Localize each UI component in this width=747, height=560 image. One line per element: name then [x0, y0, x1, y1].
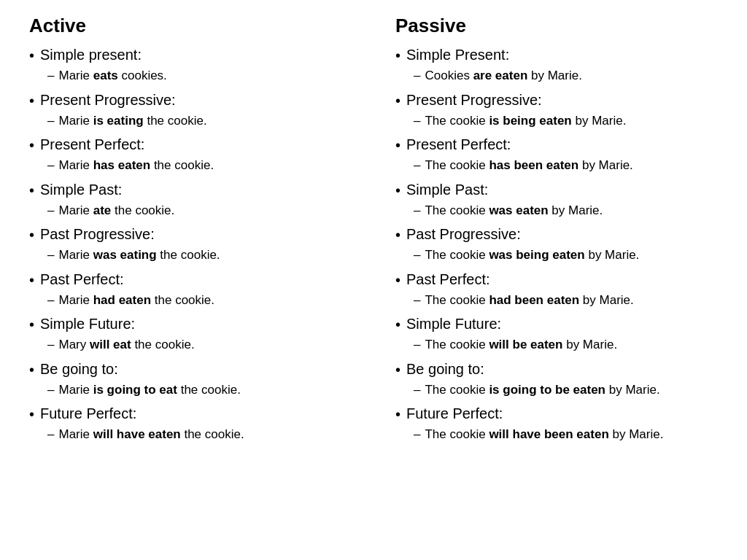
- item-content: Be going to:–The cookie is going to be e…: [406, 359, 718, 400]
- example-text: The cookie had been eaten by Marie.: [425, 291, 718, 310]
- sub-list: –Marie is going to eat the cookie.: [47, 381, 352, 400]
- dash-icon: –: [414, 112, 420, 131]
- main-layout: Active •Simple present:–Marie eats cooki…: [22, 15, 725, 448]
- example-text: Marie will have eaten the cookie.: [58, 425, 352, 444]
- list-item: •Present Perfect:–The cookie has been ea…: [395, 134, 718, 175]
- example-text: The cookie has been eaten by Marie.: [425, 156, 718, 175]
- item-content: Be going to:–Marie is going to eat the c…: [40, 359, 352, 400]
- item-content: Simple Present:–Cookies are eaten by Mar…: [406, 44, 718, 85]
- item-content: Simple Future:–The cookie will be eaten …: [406, 314, 718, 354]
- list-item: •Be going to:–The cookie is going to be …: [395, 359, 718, 400]
- tense-label: Present Progressive:: [40, 90, 352, 110]
- sub-list-item: –Marie eats cookies.: [47, 66, 352, 85]
- list-item: •Past Perfect:–The cookie had been eaten…: [395, 269, 718, 310]
- list-item: •Simple Present:–Cookies are eaten by Ma…: [395, 44, 718, 85]
- dash-icon: –: [414, 335, 420, 354]
- list-item: •Future Perfect:–Marie will have eaten t…: [29, 403, 352, 444]
- dash-icon: –: [414, 246, 420, 265]
- list-item: •Present Perfect:–Marie has eaten the co…: [29, 134, 352, 175]
- sub-list: –The cookie will be eaten by Marie.: [414, 335, 718, 354]
- item-content: Past Progressive:–Marie was eating the c…: [40, 224, 352, 265]
- dash-icon: –: [47, 291, 54, 310]
- list-item: •Future Perfect:–The cookie will have be…: [395, 403, 718, 444]
- item-content: Simple Past:–Marie ate the cookie.: [40, 179, 352, 220]
- sub-list-item: –Marie was eating the cookie.: [47, 246, 352, 265]
- sub-list: –The cookie will have been eaten by Mari…: [414, 425, 718, 444]
- dash-icon: –: [414, 381, 420, 400]
- item-content: Present Perfect:–The cookie has been eat…: [406, 134, 718, 175]
- item-content: Past Perfect:–Marie had eaten the cookie…: [40, 269, 352, 310]
- example-text: Marie had eaten the cookie.: [58, 291, 352, 310]
- sub-list: –Marie will have eaten the cookie.: [47, 425, 352, 444]
- tense-label: Future Perfect:: [406, 403, 718, 424]
- sub-list: –The cookie is being eaten by Marie.: [414, 112, 718, 131]
- tense-label: Past Progressive:: [40, 224, 352, 244]
- sub-list: –The cookie had been eaten by Marie.: [414, 291, 718, 310]
- sub-list-item: –The cookie was eaten by Marie.: [414, 201, 718, 220]
- example-text: The cookie is being eaten by Marie.: [425, 112, 718, 131]
- example-text: Marie is eating the cookie.: [58, 112, 352, 131]
- sub-list-item: –The cookie was being eaten by Marie.: [414, 246, 718, 265]
- tense-label: Past Perfect:: [40, 269, 352, 289]
- bullet-icon: •: [395, 404, 400, 424]
- dash-icon: –: [414, 156, 420, 175]
- tense-label: Simple Past:: [40, 179, 352, 200]
- item-content: Future Perfect:–Marie will have eaten th…: [40, 403, 352, 444]
- sub-list: –Marie had eaten the cookie.: [47, 291, 352, 310]
- passive-column: Passive •Simple Present:–Cookies are eat…: [374, 15, 725, 448]
- item-content: Simple Future:–Mary will eat the cookie.: [40, 314, 352, 354]
- list-item: •Simple Past:–The cookie was eaten by Ma…: [395, 179, 718, 220]
- sub-list: –Marie was eating the cookie.: [47, 246, 352, 265]
- example-text: The cookie will be eaten by Marie.: [425, 335, 718, 354]
- list-item: •Present Progressive:–The cookie is bein…: [395, 90, 718, 131]
- dash-icon: –: [47, 335, 54, 354]
- dash-icon: –: [47, 425, 54, 444]
- passive-title: Passive: [395, 15, 718, 37]
- sub-list: –Mary will eat the cookie.: [47, 335, 352, 354]
- bullet-icon: •: [29, 180, 34, 201]
- sub-list-item: –The cookie is going to be eaten by Mari…: [414, 381, 718, 400]
- sub-list-item: –Marie ate the cookie.: [47, 201, 352, 220]
- bullet-icon: •: [395, 359, 400, 380]
- example-text: The cookie is going to be eaten by Marie…: [425, 381, 718, 400]
- list-item: •Present Progressive:–Marie is eating th…: [29, 90, 352, 131]
- sub-list-item: –Marie had eaten the cookie.: [47, 291, 352, 310]
- item-content: Past Progressive:–The cookie was being e…: [406, 224, 718, 265]
- example-text: The cookie will have been eaten by Marie…: [425, 425, 718, 444]
- list-item: •Past Perfect:–Marie had eaten the cooki…: [29, 269, 352, 310]
- tense-label: Simple Present:: [406, 44, 718, 65]
- example-text: Marie has eaten the cookie.: [58, 156, 352, 175]
- item-content: Present Progressive:–The cookie is being…: [406, 90, 718, 131]
- sub-list: –Cookies are eaten by Marie.: [414, 66, 718, 85]
- sub-list: –Marie is eating the cookie.: [47, 112, 352, 131]
- tense-label: Simple Future:: [406, 314, 718, 334]
- dash-icon: –: [47, 156, 54, 175]
- item-content: Present Progressive:–Marie is eating the…: [40, 90, 352, 131]
- sub-list-item: –Cookies are eaten by Marie.: [414, 66, 718, 85]
- list-item: •Past Progressive:–The cookie was being …: [395, 224, 718, 265]
- example-text: Marie was eating the cookie.: [58, 246, 352, 265]
- tense-label: Be going to:: [40, 359, 352, 379]
- item-content: Future Perfect:–The cookie will have bee…: [406, 403, 718, 444]
- list-item: •Simple Future:–Mary will eat the cookie…: [29, 314, 352, 354]
- sub-list: –The cookie was eaten by Marie.: [414, 201, 718, 220]
- list-item: •Be going to:–Marie is going to eat the …: [29, 359, 352, 400]
- list-item: •Past Progressive:–Marie was eating the …: [29, 224, 352, 265]
- passive-list: •Simple Present:–Cookies are eaten by Ma…: [395, 44, 718, 444]
- tense-label: Future Perfect:: [40, 403, 352, 424]
- bullet-icon: •: [395, 314, 400, 335]
- active-column: Active •Simple present:–Marie eats cooki…: [22, 15, 374, 448]
- list-item: •Simple Future:–The cookie will be eaten…: [395, 314, 718, 354]
- tense-label: Be going to:: [406, 359, 718, 379]
- sub-list-item: –Marie will have eaten the cookie.: [47, 425, 352, 444]
- sub-list-item: –Marie has eaten the cookie.: [47, 156, 352, 175]
- dash-icon: –: [414, 425, 420, 444]
- sub-list: –The cookie is going to be eaten by Mari…: [414, 381, 718, 400]
- example-text: The cookie was eaten by Marie.: [425, 201, 718, 220]
- sub-list-item: –The cookie has been eaten by Marie.: [414, 156, 718, 175]
- bullet-icon: •: [29, 314, 34, 335]
- bullet-icon: •: [29, 270, 34, 290]
- bullet-icon: •: [395, 270, 400, 290]
- tense-label: Present Progressive:: [406, 90, 718, 110]
- bullet-icon: •: [29, 404, 34, 424]
